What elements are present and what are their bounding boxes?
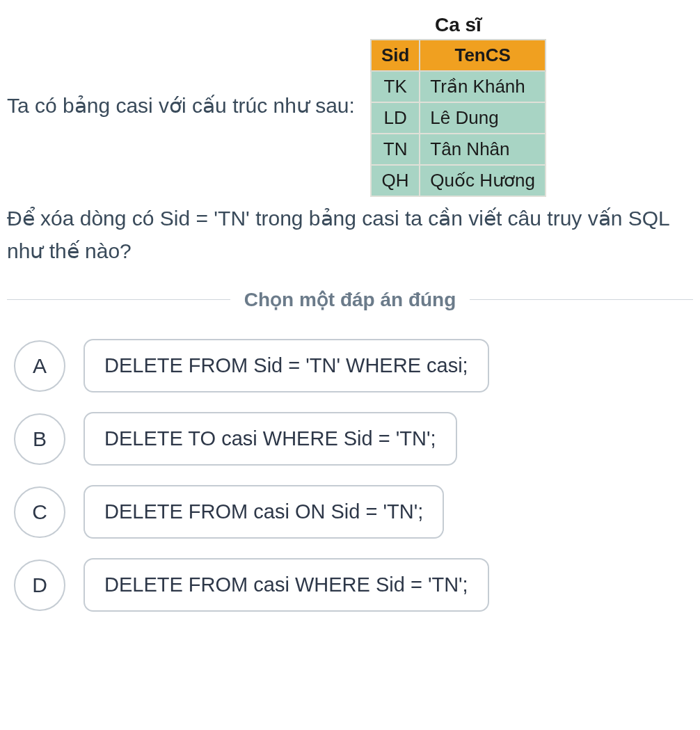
header-sid: Sid: [371, 40, 420, 71]
option-a[interactable]: A DELETE FROM Sid = 'TN' WHERE casi;: [14, 339, 686, 392]
option-d[interactable]: D DELETE FROM casi WHERE Sid = 'TN';: [14, 558, 686, 612]
option-b[interactable]: B DELETE TO casi WHERE Sid = 'TN';: [14, 412, 686, 466]
option-letter[interactable]: A: [14, 340, 65, 392]
cell-tencs: Lê Dung: [420, 102, 546, 134]
table-row: TN Tân Nhân: [371, 134, 546, 165]
table-row: TK Trần Khánh: [371, 71, 546, 102]
header-tencs: TenCS: [420, 40, 546, 71]
table-header-row: Sid TenCS: [371, 40, 546, 71]
option-letter[interactable]: B: [14, 413, 65, 465]
cell-sid: LD: [371, 102, 420, 134]
options-list: A DELETE FROM Sid = 'TN' WHERE casi; B D…: [7, 339, 693, 612]
cell-tencs: Tân Nhân: [420, 134, 546, 165]
intro-text: Ta có bảng casi với cấu trúc như sau:: [7, 90, 355, 121]
option-c[interactable]: C DELETE FROM casi ON Sid = 'TN';: [14, 485, 686, 539]
divider-left: [7, 299, 230, 300]
cell-sid: QH: [371, 165, 420, 196]
cell-sid: TK: [371, 71, 420, 102]
cell-sid: TN: [371, 134, 420, 165]
option-text[interactable]: DELETE TO casi WHERE Sid = 'TN';: [83, 412, 457, 466]
cell-tencs: Trần Khánh: [420, 71, 546, 102]
table-row: QH Quốc Hương: [371, 165, 546, 196]
question-text: Để xóa dòng có Sid = 'TN' trong bảng cas…: [7, 203, 693, 267]
casi-table: Sid TenCS TK Trần Khánh LD Lê Dung TN Tâ…: [370, 39, 546, 197]
option-text[interactable]: DELETE FROM Sid = 'TN' WHERE casi;: [83, 339, 489, 392]
answer-prompt-row: Chọn một đáp án đúng: [7, 288, 693, 311]
casi-table-container: Ca sĩ Sid TenCS TK Trần Khánh LD Lê Dung: [370, 14, 546, 197]
table-row: LD Lê Dung: [371, 102, 546, 134]
option-text[interactable]: DELETE FROM casi WHERE Sid = 'TN';: [83, 558, 489, 612]
answer-prompt: Chọn một đáp án đúng: [230, 288, 470, 311]
option-letter[interactable]: C: [14, 486, 65, 538]
cell-tencs: Quốc Hương: [420, 165, 546, 196]
question-intro-row: Ta có bảng casi với cấu trúc như sau: Ca…: [7, 14, 693, 197]
option-text[interactable]: DELETE FROM casi ON Sid = 'TN';: [83, 485, 444, 539]
divider-right: [470, 299, 693, 300]
table-title: Ca sĩ: [370, 14, 546, 36]
option-letter[interactable]: D: [14, 560, 65, 611]
